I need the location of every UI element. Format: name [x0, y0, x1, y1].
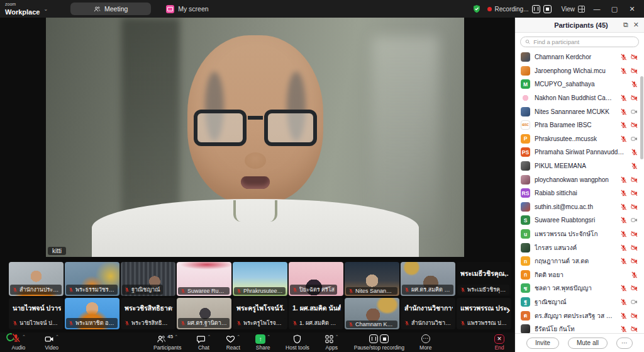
participant-row[interactable]: ไกรสร แสนวงค์	[515, 241, 644, 254]
close-button[interactable]: ✕	[626, 5, 638, 13]
participant-row[interactable]: Nites Sanannaree MCUKK	[515, 105, 644, 118]
chevron-up-icon[interactable]: ⌃	[267, 334, 270, 339]
avatar: P	[521, 134, 530, 144]
mic-muted-icon	[631, 162, 638, 169]
participant-row[interactable]: PIKUL MEEMANA	[515, 159, 644, 173]
chat-button[interactable]: ⌃ Chat	[194, 334, 213, 351]
participant-row[interactable]: Jaroenphong Wichai.mcu	[515, 64, 644, 78]
chevron-up-icon[interactable]: ⌃	[174, 334, 178, 339]
chevron-up-icon[interactable]: ⌃	[236, 334, 240, 339]
camera-off-icon	[631, 312, 638, 319]
camera-off-icon	[631, 190, 638, 196]
scrollbar[interactable]	[640, 76, 643, 159]
participant-row[interactable]: SSuwaree Ruabtongsri	[515, 213, 644, 227]
filmstrip-next-button[interactable]: ›	[503, 300, 513, 319]
participant-row[interactable]: RSRabiab sittichai	[515, 186, 644, 200]
tab-meeting[interactable]: Meeting	[70, 3, 151, 15]
participant-row[interactable]: Nakhon Nan Buddhist Campus	[515, 91, 644, 105]
video-thumbnail[interactable]: นายไวพจน์ ปวาร...นายไวพจน์ ปรากฏ...	[9, 298, 64, 329]
participant-row[interactable]: ploychanokwan wangphon	[515, 173, 644, 186]
close-panel-icon[interactable]: ✕	[633, 21, 639, 29]
tab-my-screen-label: My screen	[178, 5, 208, 13]
avatar: ด	[521, 311, 530, 321]
chevron-up-icon[interactable]: ⌃	[22, 334, 26, 339]
popout-icon[interactable]: ⧉	[623, 21, 628, 29]
tab-my-screen[interactable]: My screen	[166, 5, 208, 13]
audio-button[interactable]: ⌃ Audio	[9, 334, 28, 351]
mic-muted-icon	[620, 258, 627, 264]
react-button[interactable]: ⌃ React	[223, 334, 243, 351]
video-thumbnail[interactable]: Nites Sanannar...	[345, 262, 399, 296]
panel-more-button[interactable]: ⋯	[616, 338, 633, 349]
participant-row[interactable]: ฐฐาณิชญาณ์	[515, 295, 644, 309]
participant-row[interactable]: ดดร.สัญญา ศดประเสริฐ วส พุทธปัญญาฯ	[515, 309, 644, 322]
video-thumbnail[interactable]: ผศ.ดร.ฐานิดา มั่นคง	[177, 298, 231, 329]
host-tools-button[interactable]: Host tools	[283, 334, 312, 351]
video-thumbnail[interactable]: Suwaree Ruabt...	[177, 262, 231, 296]
video-thumbnail[interactable]: ปิยะฉัตร ศรีโส	[289, 262, 343, 296]
active-speaker-video[interactable]: kitti	[46, 18, 464, 257]
participant-row[interactable]: ชชลดา วศ.พุทธปัญญา	[515, 281, 644, 295]
video-thumbnail[interactable]: พระเมธีวชิรคุณ,...พระเมธีวชิรคุณ, ร...	[457, 262, 511, 296]
participants-button[interactable]: 45⌃ Participants	[151, 334, 184, 351]
chevron-up-icon[interactable]: ⌃	[335, 334, 339, 339]
avatar: ช	[521, 283, 530, 293]
mic-muted-icon	[620, 244, 627, 251]
mic-muted-icon	[620, 326, 627, 332]
video-thumbnail[interactable]: ฐาณิชญาณ์	[121, 262, 175, 296]
participant-list[interactable]: Chamnarn Kerdchor Jaroenphong Wichai.mcu…	[515, 50, 644, 333]
mic-muted-icon	[620, 312, 627, 319]
camera-off-icon	[631, 258, 638, 264]
video-thumbnail[interactable]: พระธรรมวัชรบัณฑิ...	[65, 262, 119, 296]
participant-row[interactable]: nกฤษฎากานต์ วส.ดด	[515, 254, 644, 268]
participant-row[interactable]: uแพรวพรรณ ประจักษ์โก	[515, 227, 644, 241]
pause-recording-icon[interactable]	[369, 334, 378, 343]
video-thumbnail[interactable]: พระมหาชิต อนุภทฺ...	[65, 298, 119, 329]
video-thumbnail[interactable]: สำนักงานวิชาการ...สำนักงานวิชาการ ...	[401, 298, 455, 329]
share-button[interactable]: ↑⌃ Share	[253, 334, 273, 351]
security-shield-icon[interactable]	[472, 4, 481, 13]
chevron-up-icon[interactable]: ⌃	[55, 334, 59, 339]
video-thumbnail[interactable]: สำนักงานประกันค...	[9, 262, 64, 296]
chevron-down-icon[interactable]: ⌄	[43, 6, 48, 12]
participant-row[interactable]: ธีรัตน์โย กันโท	[515, 322, 644, 333]
apps-button[interactable]: ⌃ Apps	[322, 334, 341, 351]
search-icon	[525, 39, 530, 45]
avatar: iBSC	[521, 120, 530, 130]
participant-row[interactable]: iBSCPhra Baramee IBSC	[515, 118, 644, 132]
end-button[interactable]: ✕ End	[494, 334, 504, 351]
pause-recording-icon[interactable]	[532, 5, 540, 13]
participant-row[interactable]: PSPhramaha Siriwat Pannavuddho IBSC	[515, 145, 644, 159]
more-button[interactable]: ⋯ More	[417, 334, 434, 351]
participant-row[interactable]: PPhrakrusutee..mcussk	[515, 132, 644, 146]
video-button[interactable]: ⌃ Video	[42, 334, 62, 351]
mic-muted-icon	[631, 271, 638, 278]
search-input[interactable]	[533, 38, 634, 45]
video-thumbnail[interactable]: Chamnarn Kerd...	[345, 298, 399, 329]
video-thumbnail[interactable]: พระวชิรสิทธิธาดา...พระวชิรสิทธิธาดา ...	[121, 298, 175, 329]
apps-icon	[325, 334, 334, 344]
view-button[interactable]: View	[562, 6, 586, 13]
chevron-up-icon[interactable]: ⌃	[207, 334, 211, 339]
video-thumbnail[interactable]: Phrakrusutee..m...	[233, 262, 287, 296]
stop-recording-icon[interactable]	[543, 5, 552, 13]
minimize-button[interactable]: —	[591, 5, 602, 13]
participant-row[interactable]: MMCUPYO_sahathaya	[515, 77, 644, 91]
invite-button[interactable]: Invite	[526, 338, 559, 349]
maximize-button[interactable]: ▢	[609, 5, 620, 13]
stop-recording-icon[interactable]	[380, 334, 389, 343]
meeting-toolbar: ⌃ Audio ⌃ Video 45⌃ Participants ⌃	[0, 332, 514, 352]
participant-row[interactable]: Chamnarn Kerdchor	[515, 50, 644, 64]
zoom-workplace-logo[interactable]: zoom Workplace	[5, 2, 40, 16]
video-thumbnail[interactable]: 1. ผศ.สมคิด นันต๊ะ1. ผศ.สมคิด นันต๊ะ	[289, 298, 343, 329]
avatar: n	[521, 256, 530, 266]
video-thumbnail[interactable]: ผศ.ดร.สมคิด เลขา...	[401, 262, 455, 296]
video-thumbnail[interactable]: พระครูไพโรจน์วั...พระครูไพโรจน์วีมน...	[233, 298, 287, 329]
participant-row[interactable]: กกิตติ ทอยา	[515, 268, 644, 282]
mute-all-button[interactable]: Mute all	[568, 338, 608, 349]
participant-row[interactable]: suthin.sit@mcu.ac.th	[515, 200, 644, 214]
avatar: ก	[521, 270, 530, 280]
pause-stop-recording-button[interactable]: Pause/stop recording	[352, 334, 407, 351]
participant-search[interactable]	[520, 37, 639, 47]
mic-muted-icon	[620, 135, 627, 142]
